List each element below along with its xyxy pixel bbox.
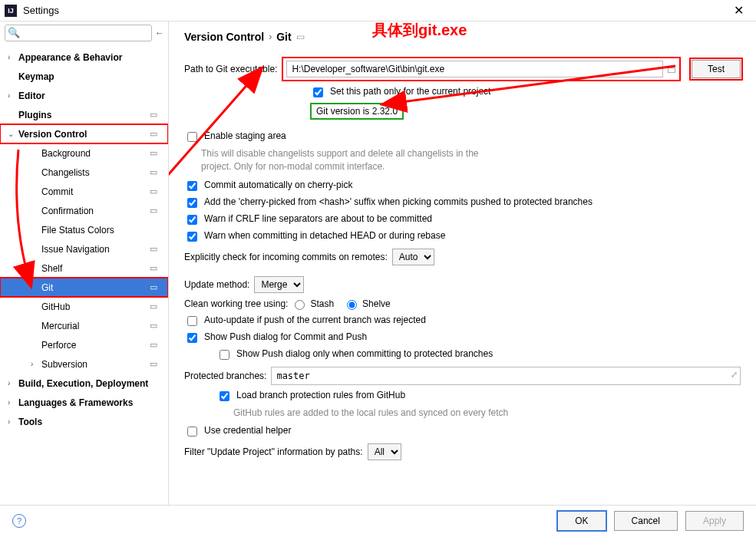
filter-update-label: Filter "Update Project" information by p… (184, 446, 363, 457)
apply-button[interactable]: Apply (685, 511, 744, 531)
protected-branches-input[interactable] (271, 367, 741, 385)
sidebar-item-label: Subversion (41, 359, 150, 370)
show-push-dialog-label[interactable]: Show Push dialog for Commit and Push (204, 331, 367, 342)
sidebar-item-perforce[interactable]: Perforce▭ (0, 335, 168, 354)
sidebar-item-label: Shelf (41, 263, 150, 274)
sidebar-item-background[interactable]: Background▭ (0, 143, 168, 163)
chevron-right-icon[interactable]: › (8, 53, 18, 61)
project-scope-icon: ▭ (150, 321, 162, 331)
project-scope-icon: ▭ (296, 31, 305, 42)
breadcrumb-current: Git (276, 31, 291, 43)
commit-auto-cherry-label[interactable]: Commit automatically on cherry-pick (204, 180, 352, 190)
clean-shelve-label[interactable]: Shelve (362, 298, 391, 309)
use-credential-helper-checkbox[interactable] (187, 427, 197, 437)
warn-crlf-label[interactable]: Warn if CRLF line separators are about t… (204, 213, 432, 224)
sidebar-item-label: File Status Colors (41, 225, 168, 236)
sidebar-item-shelf[interactable]: Shelf▭ (0, 259, 168, 278)
set-project-only-checkbox[interactable] (313, 87, 323, 97)
update-method-label: Update method: (184, 279, 249, 290)
use-credential-helper-label[interactable]: Use credential helper (204, 425, 291, 436)
sidebar-item-label: Issue Navigation (41, 244, 150, 255)
expand-icon[interactable]: ⤢ (731, 370, 738, 380)
add-cherry-suffix-label[interactable]: Add the 'cherry-picked from <hash>' suff… (204, 196, 593, 207)
titlebar: IJ Settings ✕ (0, 0, 756, 21)
clean-stash-label[interactable]: Stash (310, 298, 334, 309)
project-scope-icon: ▭ (150, 301, 162, 311)
sidebar: 🔍 ← ›Appearance & BehaviorKeymap›EditorP… (0, 21, 169, 505)
project-scope-icon: ▭ (150, 282, 162, 292)
project-scope-icon: ▭ (150, 186, 162, 196)
browse-folder-icon[interactable]: 🗀 (666, 64, 676, 75)
sidebar-item-version-control[interactable]: ⌄Version Control▭ (0, 124, 168, 143)
sidebar-item-appearance-behavior[interactable]: ›Appearance & Behavior (0, 48, 168, 67)
sidebar-item-keymap[interactable]: Keymap (0, 67, 168, 86)
chevron-down-icon[interactable]: ⌄ (8, 130, 18, 138)
set-project-only-label[interactable]: Set this path only for the current proje… (330, 86, 490, 97)
sidebar-item-label: Git (41, 282, 150, 293)
collapse-arrow-icon[interactable]: ← (155, 28, 164, 38)
cancel-button[interactable]: Cancel (614, 511, 678, 531)
annotation-text: 具体到git.exe (372, 21, 467, 41)
sidebar-item-file-status-colors[interactable]: File Status Colors (0, 220, 168, 239)
show-push-protected-checkbox[interactable] (220, 350, 229, 360)
clean-shelve-radio[interactable] (347, 300, 357, 310)
chevron-right-icon[interactable]: › (8, 417, 18, 426)
sidebar-item-tools[interactable]: ›Tools (0, 412, 168, 431)
breadcrumb-parent[interactable]: Version Control (184, 31, 264, 43)
load-branch-rules-label[interactable]: Load branch protection rules from GitHub (236, 390, 405, 400)
dialog-footer: ? OK Cancel Apply (0, 505, 756, 535)
show-push-dialog-checkbox[interactable] (187, 333, 197, 343)
sidebar-item-github[interactable]: GitHub▭ (0, 297, 168, 316)
search-input[interactable] (5, 25, 152, 41)
git-path-input[interactable] (286, 61, 663, 77)
sidebar-item-label: Plugins (18, 110, 150, 120)
settings-tree: ›Appearance & BehaviorKeymap›EditorPlugi… (0, 44, 168, 505)
filter-update-select[interactable]: All (368, 443, 401, 460)
add-cherry-suffix-checkbox[interactable] (187, 198, 197, 208)
chevron-right-icon[interactable]: › (8, 398, 18, 407)
git-version-badge: Git version is 2.32.0 (310, 103, 404, 120)
warn-detached-label[interactable]: Warn when committing in detached HEAD or… (204, 230, 445, 241)
project-scope-icon: ▭ (150, 359, 162, 369)
chevron-right-icon[interactable]: › (8, 91, 18, 100)
project-scope-icon: ▭ (150, 340, 162, 350)
sidebar-item-build-execution-deployment[interactable]: ›Build, Execution, Deployment (0, 374, 168, 393)
help-icon[interactable]: ? (12, 514, 26, 528)
test-button[interactable]: Test (692, 60, 741, 78)
sidebar-item-editor[interactable]: ›Editor (0, 86, 168, 105)
sidebar-item-issue-navigation[interactable]: Issue Navigation▭ (0, 239, 168, 259)
clean-stash-radio[interactable] (295, 300, 305, 310)
load-branch-rules-hint: GitHub rules are added to the local rule… (233, 407, 741, 420)
commit-auto-cherry-checkbox[interactable] (187, 181, 197, 191)
enable-staging-label[interactable]: Enable staging area (204, 130, 286, 141)
update-method-select[interactable]: Merge (254, 276, 304, 293)
sidebar-item-label: Build, Execution, Deployment (18, 378, 168, 389)
sidebar-item-mercurial[interactable]: Mercurial▭ (0, 316, 168, 335)
load-branch-rules-checkbox[interactable] (220, 391, 229, 401)
warn-crlf-checkbox[interactable] (187, 215, 197, 225)
sidebar-item-label: Background (41, 148, 150, 159)
auto-update-rejected-checkbox[interactable] (187, 316, 197, 326)
enable-staging-checkbox[interactable] (187, 132, 197, 142)
show-push-protected-label[interactable]: Show Push dialog only when committing to… (236, 348, 493, 359)
sidebar-item-changelists[interactable]: Changelists▭ (0, 163, 168, 182)
sidebar-item-git[interactable]: Git▭ (0, 278, 168, 297)
chevron-right-icon[interactable]: › (31, 360, 41, 368)
project-scope-icon: ▭ (150, 110, 162, 120)
ok-button[interactable]: OK (557, 511, 606, 531)
explicit-check-select[interactable]: Auto (392, 249, 434, 265)
sidebar-item-label: Keymap (18, 71, 168, 82)
chevron-right-icon[interactable]: › (8, 379, 18, 387)
sidebar-item-plugins[interactable]: Plugins▭ (0, 105, 168, 124)
search-icon: 🔍 (8, 27, 20, 38)
sidebar-item-confirmation[interactable]: Confirmation▭ (0, 201, 168, 220)
sidebar-item-label: GitHub (41, 301, 150, 312)
close-icon[interactable]: ✕ (725, 0, 751, 21)
warn-detached-checkbox[interactable] (187, 232, 197, 242)
sidebar-item-subversion[interactable]: ›Subversion▭ (0, 354, 168, 374)
project-scope-icon: ▭ (150, 263, 162, 273)
sidebar-item-languages-frameworks[interactable]: ›Languages & Frameworks (0, 393, 168, 412)
auto-update-rejected-label[interactable]: Auto-update if push of the current branc… (204, 315, 426, 325)
sidebar-item-commit[interactable]: Commit▭ (0, 182, 168, 201)
project-scope-icon: ▭ (150, 148, 162, 158)
